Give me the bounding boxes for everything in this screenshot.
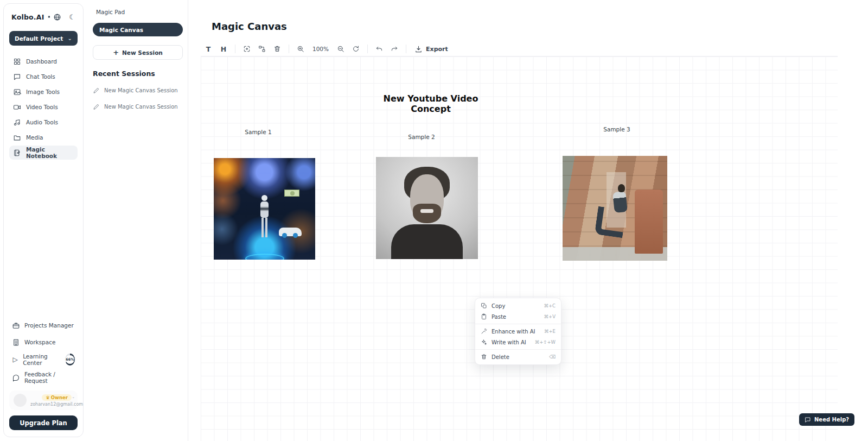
sidebar-item-label: Workspace xyxy=(24,339,55,345)
sidebar-item-media[interactable]: Media xyxy=(9,130,78,144)
context-menu-delete[interactable]: Delete ⌫ xyxy=(475,351,561,362)
redo-button[interactable] xyxy=(388,42,401,55)
shortcut-label: ⌘+C xyxy=(544,303,556,308)
role-badge: ♛Owner xyxy=(42,394,72,401)
sidebar-item-feedback-request[interactable]: Feedback / Request xyxy=(9,371,78,384)
heading-tool-button[interactable]: H xyxy=(217,42,230,55)
chat-bubble-icon xyxy=(13,73,21,81)
context-menu-write-with-ai[interactable]: Write with AI ⌘+⇧+W xyxy=(475,337,561,348)
notebook-pen-icon xyxy=(13,149,21,157)
pencil-icon xyxy=(93,103,100,110)
sample-1-image-ai-robot[interactable] xyxy=(214,158,315,260)
sample-3-image-man-on-ruins[interactable] xyxy=(563,156,667,261)
dashboard-icon xyxy=(13,58,21,66)
toolbar-divider xyxy=(406,45,406,53)
learning-progress-ring: 66% xyxy=(65,354,75,366)
sidebar-item-audio-tools[interactable]: Audio Tools xyxy=(9,115,78,129)
sidebar-nav: Dashboard Chat Tools Image Tools Video T… xyxy=(9,54,78,160)
zoom-out-button[interactable] xyxy=(334,42,347,55)
nav-item-magic-pad[interactable]: Magic Pad xyxy=(93,8,183,15)
sidebar-item-learning-center[interactable]: ▷ Learning Center 66% xyxy=(9,353,78,366)
shortcut-label: ⌫ xyxy=(549,354,556,360)
context-menu-enhance-with-ai[interactable]: Enhance with AI ⌘+E xyxy=(475,326,561,337)
export-button[interactable]: Export xyxy=(411,45,451,53)
sample-1-label[interactable]: Sample 1 xyxy=(237,129,280,135)
copy-icon xyxy=(481,303,487,309)
sidebar-item-magic-notebook[interactable]: Magic Notebook xyxy=(9,146,78,160)
toolbar-divider xyxy=(367,45,368,53)
image-icon xyxy=(13,88,21,96)
nav-item-magic-canvas-active[interactable]: Magic Canvas xyxy=(93,23,183,36)
need-help-button[interactable]: Need Help? xyxy=(799,413,854,426)
download-icon xyxy=(414,45,423,53)
pencil-icon xyxy=(93,87,100,94)
logo-row: Kolbo.AI ☾ xyxy=(9,12,78,21)
building-icon xyxy=(12,338,20,346)
selection-scan-button[interactable] xyxy=(240,42,253,55)
trash-icon xyxy=(481,354,487,360)
app-logo: Kolbo.AI xyxy=(11,13,44,21)
recent-session-item[interactable]: New Magic Canvas Session xyxy=(93,87,183,94)
magic-wand-icon xyxy=(481,328,487,335)
shortcut-label: ⌘+E xyxy=(544,329,556,334)
toolbar-divider xyxy=(289,45,289,53)
user-menu-chevron-icon: ⌄ xyxy=(72,395,75,399)
sidebar-item-label: Media xyxy=(26,134,43,141)
connector-flow-button[interactable] xyxy=(256,42,269,55)
sidebar-item-label: Learning Center xyxy=(23,353,60,366)
delete-trash-button[interactable] xyxy=(271,42,284,55)
user-email: zoharvan12@gmail.com xyxy=(30,402,83,407)
sidebar-item-label: Dashboard xyxy=(26,58,57,65)
sidebar-item-label: Projects Manager xyxy=(24,322,74,329)
sidebar-item-label: Image Tools xyxy=(26,89,60,95)
chevron-down-icon: ⌄ xyxy=(68,35,72,41)
dark-mode-moon-icon[interactable]: ☾ xyxy=(69,13,75,21)
reset-rotate-button[interactable] xyxy=(349,42,362,55)
user-account-card[interactable]: ♛Owner zoharvan12@gmail.com ⌄ xyxy=(9,390,78,410)
briefcase-icon xyxy=(12,322,20,330)
text-tool-button[interactable]: T xyxy=(202,42,215,55)
new-session-button[interactable]: + New Session xyxy=(93,45,183,60)
brain-logo-icon xyxy=(48,12,50,21)
crown-icon: ♛ xyxy=(46,395,50,400)
learning-progress-value: 66% xyxy=(66,355,74,364)
sample-2-label[interactable]: Sample 2 xyxy=(400,134,443,140)
sidebar-item-chat-tools[interactable]: Chat Tools xyxy=(9,70,78,84)
sample-3-label[interactable]: Sample 3 xyxy=(595,126,639,133)
sidebar-item-workspace[interactable]: Workspace xyxy=(9,336,78,348)
video-camera-icon xyxy=(13,103,21,111)
sidebar-item-label: Video Tools xyxy=(26,104,58,110)
zoom-in-button[interactable] xyxy=(294,42,307,55)
recent-session-item[interactable]: New Magic Canvas Session xyxy=(93,103,183,110)
sidebar-item-label: Audio Tools xyxy=(26,119,58,125)
sidebar-item-video-tools[interactable]: Video Tools xyxy=(9,100,78,114)
context-menu-divider xyxy=(475,349,561,350)
project-selector-label: Default Project xyxy=(15,35,63,42)
plus-icon: + xyxy=(113,48,119,56)
project-selector[interactable]: Default Project ⌄ xyxy=(9,31,78,46)
magic-canvas-surface[interactable]: New Youtube Video Concept Sample 1 Sampl… xyxy=(201,56,838,441)
shortcut-label: ⌘+V xyxy=(544,314,556,319)
canvas-toolbar: T H 100% Export xyxy=(202,42,451,56)
feedback-bubble-icon xyxy=(12,374,20,382)
sidebar-item-image-tools[interactable]: Image Tools xyxy=(9,85,78,99)
recent-sessions-heading: Recent Sessions xyxy=(93,70,183,78)
context-menu-paste[interactable]: Paste ⌘+V xyxy=(475,311,561,322)
sparkles-icon xyxy=(481,339,487,345)
sidebar-item-label: Chat Tools xyxy=(26,73,55,80)
shortcut-label: ⌘+⇧+W xyxy=(535,339,556,345)
music-note-icon xyxy=(13,118,21,127)
language-globe-icon[interactable] xyxy=(53,13,61,21)
page-title: Magic Canvas xyxy=(212,21,287,32)
upgrade-plan-button[interactable]: Upgrade Plan xyxy=(9,415,78,430)
sidebar-item-dashboard[interactable]: Dashboard xyxy=(9,54,78,68)
undo-button[interactable] xyxy=(373,42,386,55)
context-menu-copy[interactable]: Copy ⌘+C xyxy=(475,300,561,311)
sidebar-item-projects-manager[interactable]: Projects Manager xyxy=(9,319,78,331)
folder-icon xyxy=(13,134,21,142)
canvas-heading-text[interactable]: New Youtube Video Concept xyxy=(373,93,488,114)
sidebar-item-label: Magic Notebook xyxy=(26,146,74,159)
sessions-panel: Magic Pad Magic Canvas + New Session Rec… xyxy=(84,0,188,441)
sample-2-image-portrait[interactable] xyxy=(376,157,478,259)
zoom-level-value[interactable]: 100% xyxy=(309,46,332,52)
